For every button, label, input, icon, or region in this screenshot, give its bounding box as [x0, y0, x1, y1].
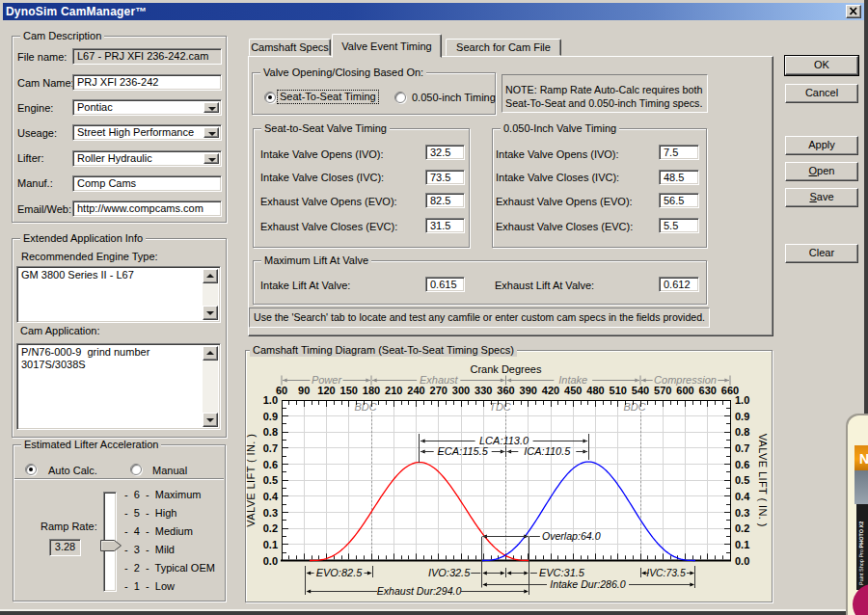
svg-text:150: 150	[340, 385, 358, 396]
svg-text:390: 390	[520, 385, 537, 396]
svg-text:120: 120	[317, 385, 335, 396]
svg-text:360: 360	[497, 385, 514, 396]
svg-text:Intake Dur:286.0: Intake Dur:286.0	[550, 578, 625, 590]
svg-text:570: 570	[654, 385, 671, 396]
svg-text:0.7: 0.7	[263, 442, 278, 454]
svg-text:0.1: 0.1	[263, 539, 278, 550]
svg-text:ECA:115.5: ECA:115.5	[438, 445, 489, 457]
svg-text:330: 330	[475, 385, 492, 396]
svg-text:Overlap:64.0: Overlap:64.0	[542, 530, 601, 542]
svg-text:90: 90	[298, 385, 310, 396]
svg-text:0.3: 0.3	[263, 507, 278, 519]
svg-text:630: 630	[699, 385, 717, 396]
svg-text:IVO:32.5: IVO:32.5	[428, 567, 471, 578]
svg-text:0.9: 0.9	[735, 411, 749, 422]
svg-text:0.0: 0.0	[263, 555, 278, 567]
svg-text:0.8: 0.8	[263, 426, 278, 438]
svg-text:0.1: 0.1	[735, 539, 749, 550]
svg-text:420: 420	[542, 385, 559, 396]
svg-text:0.3: 0.3	[735, 507, 749, 519]
svg-text:270: 270	[430, 385, 448, 396]
svg-text:ICA:110.5: ICA:110.5	[524, 445, 571, 457]
svg-text:EVO:82.5: EVO:82.5	[316, 567, 364, 578]
svg-text:VALVE LIFT ( IN. ): VALVE LIFT ( IN. )	[757, 434, 769, 527]
svg-text:Exhaust Dur:294.0: Exhaust Dur:294.0	[377, 585, 462, 597]
svg-text:0.2: 0.2	[735, 522, 749, 534]
svg-text:480: 480	[586, 385, 604, 396]
svg-text:450: 450	[564, 385, 582, 396]
svg-text:Crank Degrees: Crank Degrees	[471, 363, 542, 375]
svg-text:0.9: 0.9	[263, 411, 278, 422]
svg-text:510: 510	[610, 385, 627, 396]
svg-text:300: 300	[452, 385, 470, 396]
svg-text:0.4: 0.4	[263, 491, 279, 502]
svg-text:BDC: BDC	[623, 401, 645, 413]
svg-text:BDC: BDC	[354, 401, 376, 413]
svg-text:0.0: 0.0	[735, 555, 749, 567]
svg-text:0.6: 0.6	[735, 459, 749, 470]
svg-text:EVC:31.5: EVC:31.5	[539, 567, 585, 578]
svg-text:240: 240	[407, 385, 424, 396]
svg-text:1.0: 1.0	[735, 394, 749, 406]
svg-text:VALVE LIFT ( IN. ): VALVE LIFT ( IN. )	[245, 434, 257, 527]
svg-text:1.0: 1.0	[263, 394, 278, 406]
svg-text:0.7: 0.7	[735, 442, 749, 454]
svg-text:540: 540	[632, 385, 649, 396]
svg-text:0.8: 0.8	[735, 426, 749, 438]
svg-text:210: 210	[385, 385, 402, 396]
svg-text:IVC:73.5: IVC:73.5	[646, 568, 686, 578]
svg-text:0.6: 0.6	[263, 459, 278, 470]
svg-text:0.5: 0.5	[263, 474, 278, 486]
svg-text:0.4: 0.4	[735, 491, 750, 502]
svg-text:TDC: TDC	[489, 401, 511, 413]
svg-text:0.5: 0.5	[735, 474, 749, 486]
svg-text:180: 180	[363, 385, 380, 396]
svg-text:0.2: 0.2	[263, 522, 278, 534]
svg-text:600: 600	[676, 385, 693, 396]
